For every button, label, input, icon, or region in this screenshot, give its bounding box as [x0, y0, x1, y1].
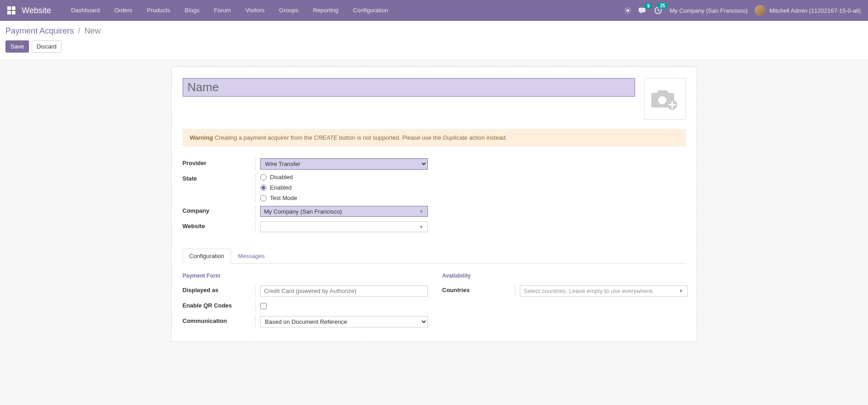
navbar: Website Dashboard Orders Products Blogs … — [0, 0, 868, 21]
website-select[interactable]: ▼ — [260, 221, 428, 232]
state-disabled[interactable]: Disabled — [260, 174, 434, 181]
warning-alert: Warning Creating a payment acquirer from… — [183, 129, 686, 146]
nav-visitors[interactable]: Visitors — [238, 0, 272, 21]
tab-configuration[interactable]: Configuration — [183, 249, 231, 263]
messages-icon[interactable]: 9 — [639, 7, 647, 14]
svg-point-1 — [658, 96, 666, 104]
image-upload[interactable] — [644, 78, 686, 120]
breadcrumb-parent[interactable]: Payment Acquirers — [5, 26, 74, 35]
nav-products[interactable]: Products — [140, 0, 177, 21]
nav-groups[interactable]: Groups — [272, 0, 306, 21]
breadcrumb: Payment Acquirers / New — [5, 26, 861, 36]
control-panel: Payment Acquirers / New Save Discard — [0, 21, 868, 60]
state-enabled[interactable]: Enabled — [260, 184, 434, 191]
nav-blogs[interactable]: Blogs — [177, 0, 207, 21]
warning-label: Warning — [190, 134, 213, 141]
radio-enabled[interactable] — [260, 185, 267, 191]
chevron-down-icon: ▼ — [679, 288, 684, 293]
discard-button[interactable]: Discard — [32, 40, 62, 53]
user-menu[interactable]: Mitchell Admin (11202167-15-0-all) — [755, 5, 861, 16]
nav-orders[interactable]: Orders — [107, 0, 140, 21]
breadcrumb-separator: / — [78, 26, 80, 35]
label-website: Website — [183, 220, 255, 229]
label-countries: Countries — [442, 284, 515, 293]
name-input[interactable] — [183, 78, 635, 97]
nav-configuration[interactable]: Configuration — [346, 0, 395, 21]
label-company: Company — [183, 205, 255, 214]
brand[interactable]: Website — [22, 6, 51, 15]
company-selector[interactable]: My Company (San Francisco) — [669, 7, 747, 14]
countries-select[interactable]: Select countries. Leave empty to use eve… — [520, 285, 688, 297]
chevron-down-icon: ▼ — [419, 224, 424, 229]
user-name: Mitchell Admin (11202167-15-0-all) — [769, 7, 861, 14]
state-test[interactable]: Test Mode — [260, 195, 434, 201]
enable-qr-checkbox[interactable] — [260, 303, 267, 309]
svg-point-0 — [626, 9, 629, 12]
radio-test[interactable] — [260, 195, 267, 201]
apps-icon[interactable] — [7, 6, 15, 15]
communication-select[interactable]: Based on Document Reference — [260, 316, 428, 327]
activities-badge: 25 — [657, 3, 668, 9]
nav-dashboard[interactable]: Dashboard — [64, 0, 107, 21]
breadcrumb-current: New — [84, 26, 101, 35]
avatar — [755, 5, 766, 16]
tabs: Configuration Messages — [183, 249, 686, 263]
label-displayed-as: Displayed as — [183, 284, 255, 293]
radio-disabled[interactable] — [260, 174, 267, 181]
state-radio-group: Disabled Enabled Test Mode — [260, 173, 434, 202]
messages-badge: 9 — [644, 3, 652, 9]
chevron-down-icon: ▼ — [419, 209, 424, 214]
tab-messages[interactable]: Messages — [231, 249, 272, 263]
label-state: State — [183, 173, 255, 182]
provider-select[interactable]: Wire Transfer — [260, 158, 428, 170]
section-availability: Availability — [442, 273, 688, 279]
activities-icon[interactable]: 25 — [654, 6, 662, 15]
label-provider: Provider — [183, 157, 255, 166]
company-select[interactable]: My Company (San Francisco) ▼ — [260, 206, 428, 217]
nav-menu: Dashboard Orders Products Blogs Forum Vi… — [64, 0, 395, 21]
content-area: Warning Creating a payment acquirer from… — [0, 60, 868, 405]
debug-icon[interactable] — [624, 7, 631, 14]
nav-forum[interactable]: Forum — [207, 0, 238, 21]
displayed-as-input[interactable] — [260, 285, 428, 297]
label-communication: Communication — [183, 315, 255, 324]
nav-reporting[interactable]: Reporting — [305, 0, 345, 21]
form-sheet: Warning Creating a payment acquirer from… — [171, 67, 697, 342]
tab-content-configuration: Payment Form Displayed as Enable QR Code… — [183, 273, 686, 331]
label-enable-qr: Enable QR Codes — [183, 300, 255, 309]
section-payment-form: Payment Form — [183, 273, 428, 279]
save-button[interactable]: Save — [5, 40, 29, 53]
